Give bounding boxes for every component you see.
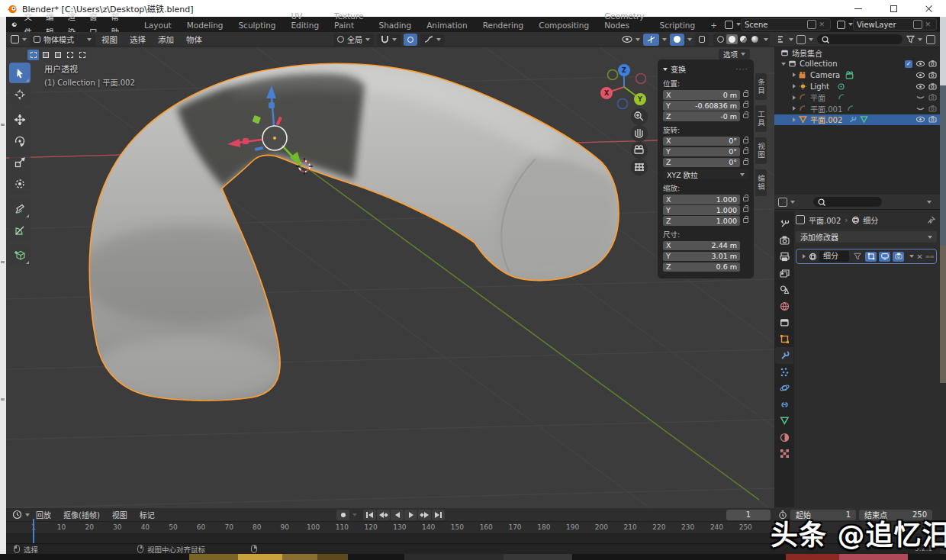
select-mode-invert[interactable] <box>64 50 76 60</box>
location-z-field[interactable]: Z-0 m <box>663 111 740 121</box>
disable-render-icon[interactable] <box>928 60 937 68</box>
mode-dropdown[interactable]: 物体模式 <box>30 34 95 46</box>
current-frame-field[interactable]: 1 <box>726 510 771 520</box>
lock-rotation-z-icon[interactable] <box>743 160 748 165</box>
editor-type-icon[interactable] <box>11 35 19 43</box>
n-panel-tab[interactable]: 条目 <box>755 73 767 100</box>
location-y-field[interactable]: Y-0.60836 m <box>663 101 740 111</box>
frame-tick[interactable]: 70 <box>223 522 235 534</box>
properties-search-input[interactable] <box>813 197 882 207</box>
jump-to-start-button[interactable] <box>363 510 376 520</box>
disable-render-icon[interactable] <box>928 71 937 79</box>
frame-tick[interactable]: 110 <box>336 522 349 534</box>
editor-type-icon[interactable] <box>778 198 787 207</box>
render-disabled-icon[interactable] <box>928 93 937 101</box>
collection-checkbox[interactable]: ✓ <box>905 60 912 68</box>
workspace-tab[interactable]: + <box>703 18 725 32</box>
frame-tick[interactable]: 10 <box>56 522 68 534</box>
viewport-menu-item[interactable]: 视图 <box>95 34 124 45</box>
close-button[interactable] <box>911 0 946 17</box>
lock-location-z-icon[interactable] <box>743 114 748 118</box>
magnet-object[interactable] <box>76 63 619 402</box>
viewlayer-selector[interactable]: ViewLayer ✕ <box>853 18 937 31</box>
new-viewlayer-icon[interactable] <box>913 20 922 29</box>
blender-menu-icon[interactable] <box>11 19 17 30</box>
frame-tick[interactable]: 60 <box>195 522 208 534</box>
tool-cursor[interactable] <box>9 84 31 105</box>
curve-data-icon[interactable] <box>838 93 846 101</box>
outliner-row-plane-001[interactable]: 平面.001 <box>774 103 940 114</box>
tab-particles[interactable] <box>775 364 793 381</box>
frame-tick[interactable]: 40 <box>139 522 151 534</box>
maximize-button[interactable] <box>876 0 911 17</box>
frame-tick[interactable]: 120 <box>365 522 378 534</box>
playhead[interactable] <box>33 519 34 543</box>
display-mode-icon[interactable] <box>796 35 806 44</box>
expand-icon[interactable] <box>793 84 796 89</box>
tab-tool[interactable] <box>775 216 793 233</box>
select-mode-set[interactable] <box>27 50 39 60</box>
scene-selector[interactable]: Scene ✕ <box>741 18 831 31</box>
select-mode-extend[interactable] <box>40 50 51 60</box>
workspace-tab[interactable]: Compositing <box>531 18 597 32</box>
new-collection-icon[interactable] <box>926 35 935 44</box>
outliner-filter-icon[interactable] <box>777 35 786 43</box>
workspace-tab[interactable]: Animation <box>419 18 475 32</box>
light-data-icon[interactable] <box>837 82 845 91</box>
modifier-panel-subdivision[interactable]: 细分 ✕ ≡≡ <box>796 249 937 264</box>
frame-tick[interactable]: 190 <box>566 522 579 534</box>
unlink-scene-icon[interactable]: ✕ <box>819 21 825 28</box>
lock-location-x-icon[interactable] <box>743 92 748 97</box>
lock-rotation-x-icon[interactable] <box>743 139 748 143</box>
workspace-tab[interactable]: UV Editing <box>283 9 327 32</box>
jump-to-end-button[interactable] <box>432 510 445 520</box>
scale-x-field[interactable]: X1.000 <box>663 195 740 204</box>
frame-tick[interactable]: 180 <box>537 522 550 534</box>
curve-data-icon[interactable] <box>847 105 855 113</box>
outliner-row-light[interactable]: Light <box>774 81 940 92</box>
expand-modifier-icon[interactable] <box>803 254 806 259</box>
frame-tick[interactable]: 140 <box>422 522 435 534</box>
nav-axis-x-neg[interactable] <box>636 74 646 84</box>
ortho-toggle-icon[interactable] <box>635 163 644 171</box>
filter-funnel-icon[interactable] <box>906 35 915 43</box>
frame-tick[interactable]: 160 <box>480 522 493 534</box>
modifier-realtime-toggle[interactable] <box>879 252 890 262</box>
frame-tick[interactable]: 20 <box>83 522 95 534</box>
camera-data-icon[interactable] <box>846 70 855 79</box>
frame-tick[interactable]: 130 <box>393 522 406 534</box>
outliner-row-plane[interactable]: 平面 <box>774 92 940 103</box>
tab-object-data[interactable] <box>775 413 793 430</box>
viewport-menu-item[interactable]: 物体 <box>180 34 208 45</box>
snap-button[interactable] <box>377 34 401 46</box>
tool-annotate[interactable] <box>9 198 31 219</box>
modifier-editmode-toggle[interactable] <box>865 252 877 262</box>
properties-options-icon[interactable] <box>927 201 932 204</box>
hide-eye-icon[interactable] <box>916 115 925 124</box>
scale-y-field[interactable]: Y1.000 <box>663 205 740 215</box>
add-modifier-dropdown[interactable]: 添加修改器 <box>796 231 937 243</box>
viewport-options-button[interactable]: 选项 <box>719 49 750 60</box>
view-controls[interactable] <box>631 108 648 175</box>
viewport-menu-item[interactable]: 添加 <box>152 34 180 45</box>
frame-tick[interactable]: 170 <box>508 522 521 534</box>
tool-transform[interactable] <box>9 173 31 194</box>
rotation-y-field[interactable]: Y0° <box>663 147 740 157</box>
frame-tick[interactable]: 250 <box>739 522 752 534</box>
shading-solid-button[interactable] <box>726 34 738 44</box>
expand-icon[interactable] <box>793 106 796 111</box>
timeline-menu-item[interactable]: 标记 <box>134 509 161 520</box>
select-mode-intersect[interactable] <box>76 50 88 60</box>
frame-tick[interactable]: 230 <box>681 522 694 534</box>
frame-tick[interactable]: 210 <box>624 522 637 534</box>
unhide-eye-closed-icon[interactable] <box>916 93 925 101</box>
xray-toggle[interactable] <box>695 34 709 46</box>
nav-axis-y-neg[interactable] <box>608 70 618 80</box>
frame-tick[interactable]: 200 <box>595 522 608 534</box>
outliner-row-collection[interactable]: Collection ✓ <box>774 59 940 70</box>
modifier-extras-icon[interactable] <box>909 255 914 258</box>
n-panel-tab[interactable]: 工具 <box>755 105 767 132</box>
select-mode-subtract[interactable] <box>52 50 63 60</box>
tab-constraints[interactable] <box>775 397 793 414</box>
shading-material-button[interactable] <box>738 34 749 44</box>
